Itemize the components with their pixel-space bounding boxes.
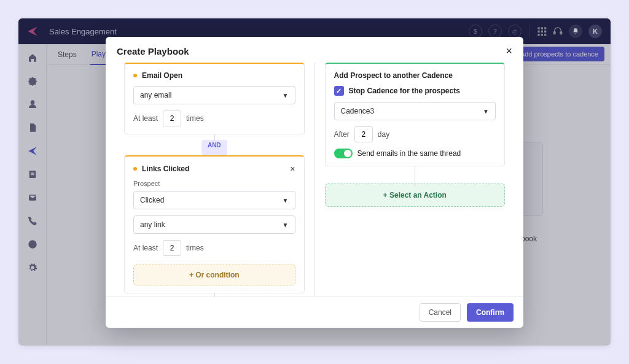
stop-cadence-label: Stop Cadence for the prospects [349,87,460,95]
email-open-card: Email Open any email ▼ At least times [124,63,305,134]
modal-header: Create Playbook × [106,37,523,63]
after-label: After [334,130,350,139]
stop-cadence-checkbox[interactable]: ✓ [334,86,344,96]
cadence-select-value: Cadence3 [341,107,375,115]
links-clicked-card: Links Clicked × Prospect Clicked ▼ any l… [124,155,305,293]
modal-footer: Cancel Confirm [106,296,523,328]
links-clicked-count-input[interactable] [163,240,181,256]
cancel-button[interactable]: Cancel [420,303,461,322]
clicked-select[interactable]: Clicked ▼ [133,191,295,209]
chevron-down-icon: ▼ [283,222,289,228]
same-thread-label: Send emails in the same thread [357,149,461,158]
email-open-count-input[interactable] [163,110,181,126]
actions-column: Add Prospect to another Cadence ✓ Stop C… [315,63,515,296]
status-dot [133,74,137,77]
at-least-label: At least [133,114,158,123]
add-prospect-title: Add Prospect to another Cadence [334,71,453,80]
at-least-label: At least [133,244,158,252]
or-condition-button[interactable]: + Or condition [133,265,295,285]
create-playbook-modal: Create Playbook × Email Open any email ▼… [106,37,523,328]
times-label: times [186,244,204,252]
links-clicked-title: Links Clicked [142,165,189,173]
connector [124,293,305,296]
and-pill: AND [201,140,227,155]
chevron-down-icon: ▼ [283,92,289,99]
confirm-button[interactable]: Confirm [467,303,514,322]
connector-and: AND [124,134,305,155]
times-label: times [186,114,204,123]
email-select-value: any email [140,91,171,99]
chevron-down-icon: ▼ [283,197,289,204]
prospect-label: Prospect [133,180,295,187]
close-icon[interactable]: × [506,45,512,56]
chevron-down-icon: ▼ [483,108,489,115]
remove-condition-icon[interactable]: × [290,164,295,174]
clicked-select-value: Clicked [140,196,164,204]
link-select-value: any link [140,220,165,229]
same-thread-toggle[interactable] [334,149,353,158]
after-days-input[interactable] [354,126,373,142]
email-select[interactable]: any email ▼ [133,86,295,104]
modal-title: Create Playbook [117,46,189,56]
link-select[interactable]: any link ▼ [133,215,295,234]
connector [325,166,506,187]
email-open-title: Email Open [142,71,182,80]
status-dot [133,167,137,171]
cadence-select[interactable]: Cadence3 ▼ [334,102,496,120]
add-prospect-card: Add Prospect to another Cadence ✓ Stop C… [325,63,506,166]
day-label: day [378,130,389,139]
conditions-column: Email Open any email ▼ At least times AN… [114,63,315,296]
